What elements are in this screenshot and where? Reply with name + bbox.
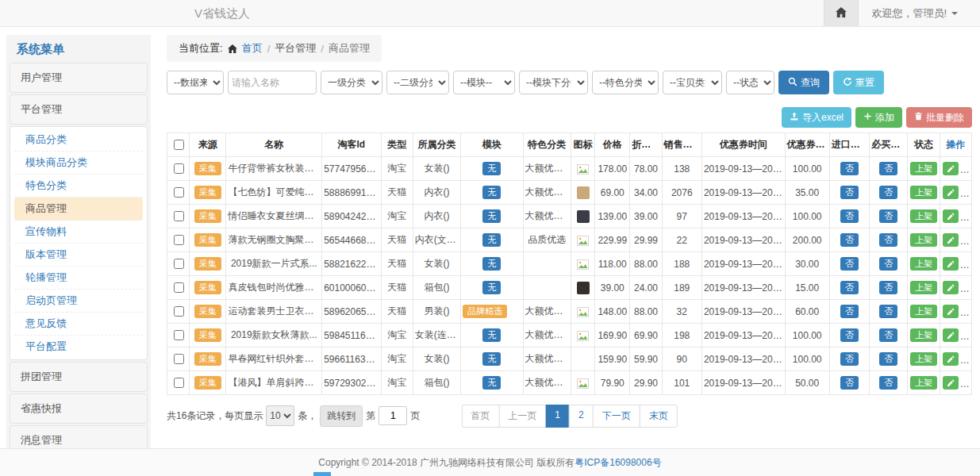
sidebar-item-splash-page-management[interactable]: 启动页管理 xyxy=(14,290,143,313)
edit-button[interactable] xyxy=(943,305,959,318)
jump-page-input[interactable] xyxy=(379,406,407,425)
imported-toggle[interactable]: 否 xyxy=(840,162,859,176)
row-checkbox[interactable] xyxy=(174,211,184,221)
batch-delete-button[interactable]: 批量删除 xyxy=(906,107,972,128)
row-checkbox[interactable] xyxy=(174,306,184,317)
home-button[interactable] xyxy=(824,0,859,26)
sidebar-item-feedback[interactable]: 意见反馈 xyxy=(14,313,143,336)
module-select[interactable]: --模块-- xyxy=(453,71,515,94)
edit-button[interactable] xyxy=(943,376,959,390)
product-category: 内衣() xyxy=(413,181,460,205)
next-page-button[interactable]: 下一页 xyxy=(593,405,640,428)
breadcrumb-platform-link[interactable]: 平台管理 xyxy=(275,41,316,56)
status-badge[interactable]: 上架 xyxy=(910,233,937,248)
must-buy-toggle[interactable]: 否 xyxy=(879,209,897,224)
imported-toggle[interactable]: 否 xyxy=(840,328,859,343)
row-checkbox[interactable] xyxy=(174,354,184,364)
must-buy-toggle[interactable]: 否 xyxy=(879,257,897,271)
must-buy-toggle[interactable]: 否 xyxy=(879,281,897,295)
sidebar-item-product-management[interactable]: 商品管理 xyxy=(14,198,143,221)
add-button[interactable]: 添加 xyxy=(855,107,902,128)
must-buy-toggle[interactable]: 否 xyxy=(879,352,897,367)
last-page-button[interactable]: 末页 xyxy=(640,405,678,428)
imported-toggle[interactable]: 否 xyxy=(840,186,859,200)
source-badge: 采集 xyxy=(194,376,221,390)
sidebar-item-feature-category[interactable]: 特色分类 xyxy=(14,175,143,198)
row-checkbox[interactable] xyxy=(174,282,184,293)
jump-button[interactable]: 跳转到 xyxy=(320,405,363,427)
reset-button[interactable]: 重置 xyxy=(833,71,884,94)
row-checkbox[interactable] xyxy=(174,259,184,269)
status-badge[interactable]: 上架 xyxy=(910,209,937,224)
edit-button[interactable] xyxy=(943,209,959,223)
first-page-button[interactable]: 首页 xyxy=(461,405,499,428)
taoke-id: 601000601341 xyxy=(322,276,381,300)
row-checkbox[interactable] xyxy=(174,187,184,198)
module-subcategory-select[interactable]: --模块下分类-- xyxy=(519,71,588,94)
sidebar-item-carousel-management[interactable]: 轮播管理 xyxy=(14,267,143,290)
edit-button[interactable] xyxy=(943,233,959,247)
edit-button[interactable] xyxy=(943,352,959,366)
row-checkbox[interactable] xyxy=(174,330,184,340)
per-page-select[interactable]: 10 xyxy=(266,405,294,426)
must-buy-toggle[interactable]: 否 xyxy=(879,328,897,343)
breadcrumb-home-link[interactable]: 首页 xyxy=(242,41,263,56)
edit-button[interactable] xyxy=(943,186,959,199)
row-checkbox[interactable] xyxy=(174,378,184,388)
import-excel-button[interactable]: 导入excel xyxy=(782,107,851,128)
table-row: 采集【港风】单肩斜跨链条...597293020870淘宝箱包()无大额优惠券7… xyxy=(167,371,972,395)
sidebar-item-message-management[interactable]: 消息管理 xyxy=(10,425,148,448)
status-badge[interactable]: 上架 xyxy=(910,186,937,200)
sidebar-item-platform-management[interactable]: 平台管理 xyxy=(10,94,148,125)
must-buy-toggle[interactable]: 否 xyxy=(879,186,897,200)
sidebar-item-product-category[interactable]: 商品分类 xyxy=(14,129,143,152)
sidebar-item-version-management[interactable]: 版本管理 xyxy=(14,244,143,267)
sidebar-item-user-management[interactable]: 用户管理 xyxy=(10,63,148,93)
item-type-select[interactable]: --宝贝类型-- xyxy=(663,71,722,94)
must-buy-toggle[interactable]: 否 xyxy=(879,233,897,248)
table-row: 采集薄款无钢圈文胸聚拢性...565446685867天猫内衣(文胸)无品质优选… xyxy=(167,228,972,252)
sidebar-item-promo-materials[interactable]: 宣传物料 xyxy=(14,221,143,244)
user-menu[interactable]: 欢迎您，管理员! xyxy=(859,0,980,26)
query-button[interactable]: 查询 xyxy=(778,71,829,94)
status-badge[interactable]: 上架 xyxy=(910,376,937,390)
feature-category-select[interactable]: --特色分类-- xyxy=(592,71,659,94)
select-all-checkbox[interactable] xyxy=(174,140,184,150)
level1-category-select[interactable]: 一级分类 xyxy=(321,71,382,94)
prev-page-button[interactable]: 上一页 xyxy=(498,405,546,428)
edit-button[interactable] xyxy=(943,281,959,294)
status-select[interactable]: --状态-- xyxy=(726,71,774,94)
imported-toggle[interactable]: 否 xyxy=(840,257,859,271)
status-badge[interactable]: 上架 xyxy=(910,257,937,271)
sidebar-item-group-buy-management[interactable]: 拼团管理 xyxy=(10,362,148,392)
sidebar-item-module-product-category[interactable]: 模块商品分类 xyxy=(14,152,143,175)
imported-toggle[interactable]: 否 xyxy=(840,305,859,319)
must-buy-toggle[interactable]: 否 xyxy=(879,162,897,176)
edit-button[interactable] xyxy=(943,257,959,271)
data-source-select[interactable]: --数据来源-- xyxy=(167,71,224,94)
sidebar-item-platform-config[interactable]: 平台配置 xyxy=(14,336,143,358)
status-badge[interactable]: 上架 xyxy=(910,328,937,343)
row-checkbox[interactable] xyxy=(174,235,184,245)
page-1-button[interactable]: 1 xyxy=(545,405,570,428)
product-name: 【港风】单肩斜跨链条... xyxy=(226,371,322,395)
imported-toggle[interactable]: 否 xyxy=(840,233,859,248)
imported-toggle[interactable]: 否 xyxy=(840,281,859,295)
status-badge[interactable]: 上架 xyxy=(910,162,937,176)
must-buy-toggle[interactable]: 否 xyxy=(879,305,897,319)
name-input[interactable] xyxy=(228,71,317,94)
must-buy-toggle[interactable]: 否 xyxy=(879,376,897,390)
status-badge[interactable]: 上架 xyxy=(910,281,937,295)
imported-toggle[interactable]: 否 xyxy=(840,209,859,224)
status-badge[interactable]: 上架 xyxy=(910,352,937,367)
imported-toggle[interactable]: 否 xyxy=(840,376,859,390)
page-2-button[interactable]: 2 xyxy=(569,405,594,428)
level2-category-select[interactable]: --二级分类-- xyxy=(386,71,449,94)
edit-button[interactable] xyxy=(943,162,959,175)
edit-button[interactable] xyxy=(943,328,959,342)
status-badge[interactable]: 上架 xyxy=(910,305,937,319)
row-checkbox[interactable] xyxy=(174,163,184,174)
sidebar-item-savings-news[interactable]: 省惠快报 xyxy=(10,393,148,424)
imported-toggle[interactable]: 否 xyxy=(840,352,859,367)
icp-link[interactable]: 粤ICP备16098006号 xyxy=(575,456,661,470)
